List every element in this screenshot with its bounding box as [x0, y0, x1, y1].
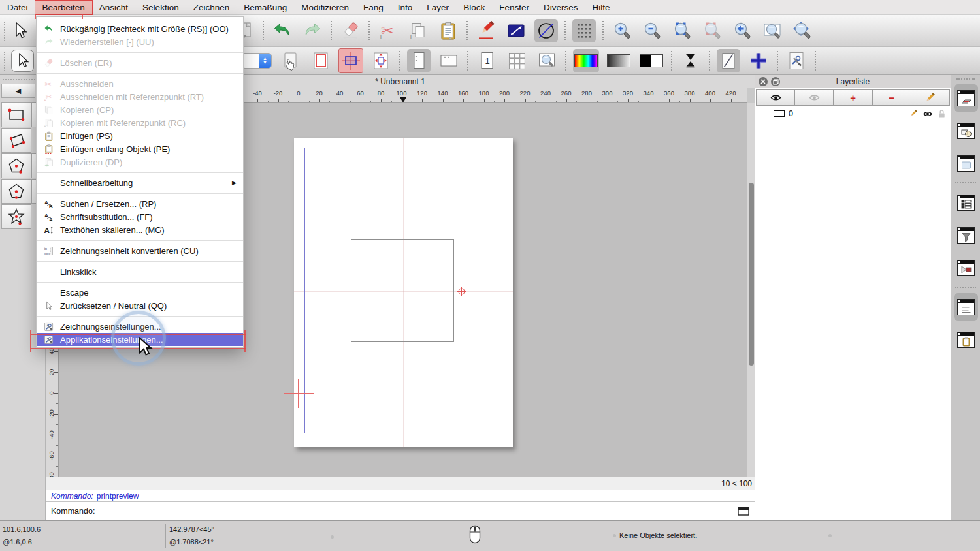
- fit-arrows-button[interactable]: [369, 49, 393, 72]
- undo-button[interactable]: [270, 19, 294, 42]
- page-border-button[interactable]: [309, 49, 333, 72]
- ellipse-button[interactable]: [534, 19, 558, 42]
- selection-tool-button[interactable]: [8, 19, 32, 42]
- menu-item-löschen-er[interactable]: Löschen (ER): [37, 56, 243, 69]
- toolbar-handle[interactable]: [4, 52, 5, 71]
- menu-item-kopieren-mit-referenzpunkt-rc[interactable]: +Kopieren mit Referenzpunkt (RC): [37, 116, 243, 129]
- hourglass-button[interactable]: [679, 49, 702, 72]
- layer-eye-off-button[interactable]: [795, 89, 834, 106]
- menubar-item-block[interactable]: Block: [456, 1, 492, 14]
- toolbar-handle[interactable]: [4, 22, 5, 41]
- zoom-auto-button[interactable]: [791, 19, 814, 42]
- layer-pencil-button[interactable]: [911, 89, 950, 106]
- pencil-button[interactable]: [474, 19, 498, 42]
- menu-item-einfügen-ps[interactable]: Einfügen (PS): [37, 129, 243, 142]
- page-one-button[interactable]: 1: [475, 49, 498, 72]
- hand-page-button[interactable]: [279, 49, 302, 72]
- panel-filter-toggle[interactable]: [954, 221, 978, 249]
- panel-projection-toggle[interactable]: [954, 254, 978, 281]
- portrait-button[interactable]: [407, 49, 431, 72]
- layer-plus-button[interactable]: +: [834, 89, 872, 106]
- panel-clipboard-toggle[interactable]: [954, 326, 978, 353]
- menu-item-ausschneiden[interactable]: ✂Ausschneiden: [37, 77, 243, 90]
- menu-item-rückgängig-rechteck-mit-größe-rs-oo[interactable]: Rückgängig [Rechteck mit Größe (RS)] (OO…: [37, 22, 243, 35]
- menubar-item-zeichnen[interactable]: Zeichnen: [186, 1, 237, 14]
- dock-handle[interactable]: [956, 78, 975, 80]
- panel-layer-toggle[interactable]: [954, 84, 978, 112]
- menu-item-linksklick[interactable]: Linksklick: [37, 265, 243, 278]
- menubar-item-modifizieren[interactable]: Modifizieren: [294, 1, 356, 14]
- zoom-in-button[interactable]: [610, 19, 634, 42]
- bw-bar-button[interactable]: [638, 49, 664, 72]
- menu-item-zeichnungseinheit-konvertieren-cu[interactable]: inmmZeichnungseinheit konvertieren (CU): [37, 244, 243, 257]
- panel-blocks-toggle[interactable]: [954, 117, 978, 144]
- pointer-mode-button[interactable]: [11, 50, 34, 72]
- menu-item-ausschneiden-mit-referenzpunkt-rt[interactable]: ✂+Ausschneiden mit Referenzpunkt (RT): [37, 90, 243, 103]
- menubar-item-bemaßung[interactable]: Bemaßung: [237, 1, 294, 14]
- viewport-button[interactable]: [339, 49, 363, 72]
- menu-item-suchen-ersetzen-rp[interactable]: ABSuchen / Ersetzen... (RP): [37, 197, 243, 210]
- redo-button[interactable]: [301, 19, 324, 42]
- menu-item-einfügen-entlang-objekt-pe[interactable]: Einfügen entlang Objekt (PE): [37, 142, 243, 155]
- dimension-button[interactable]: [504, 19, 528, 42]
- menu-item-kopieren-cp[interactable]: Kopieren (CP): [37, 103, 243, 116]
- zoom-fit-button[interactable]: [670, 19, 694, 42]
- layer-visible-icon[interactable]: [923, 110, 933, 118]
- copy-button[interactable]: +: [406, 19, 430, 42]
- rectangle-entity[interactable]: [351, 239, 454, 342]
- menu-item-duplizieren-dp[interactable]: Duplizieren (DP): [37, 155, 243, 168]
- menubar-item-fang[interactable]: Fang: [356, 1, 391, 14]
- menubar-item-selektion[interactable]: Selektion: [135, 1, 186, 14]
- menubar-item-info[interactable]: Info: [391, 1, 420, 14]
- menubar-item-diverses[interactable]: Diverses: [536, 1, 585, 14]
- tool-star-button[interactable]: [1, 204, 31, 229]
- command-input[interactable]: Kommando:: [46, 501, 755, 520]
- vertical-scrollbar[interactable]: [747, 103, 755, 477]
- menu-item-zurücksetzen-neutral-qq[interactable]: Zurücksetzen / Neutral (QQ): [37, 299, 243, 312]
- layer-row[interactable]: 0: [755, 108, 951, 119]
- menu-item-texthöhen-skalieren-mg[interactable]: ATexthöhen skalieren... (MG): [37, 223, 243, 236]
- horizontal-scroll-strip[interactable]: 10 < 100: [46, 477, 755, 490]
- panel-command-toggle[interactable]: [954, 293, 978, 321]
- zoom-out-button[interactable]: [640, 19, 664, 42]
- panel-properties-toggle[interactable]: [954, 189, 978, 216]
- zoom-selection-button[interactable]: [700, 19, 724, 42]
- spinner-button[interactable]: ▲▼: [241, 49, 272, 72]
- menubar-item-hilfe[interactable]: Hilfe: [585, 1, 617, 14]
- palette-handle[interactable]: [3, 79, 41, 80]
- palette-back-button[interactable]: ◀: [1, 84, 35, 98]
- zoom-window-button[interactable]: [760, 19, 784, 42]
- menu-item-schnellbearbeitung[interactable]: Schnellbearbeitung▶: [37, 176, 243, 189]
- landscape-button[interactable]: [437, 49, 461, 72]
- panel-library-toggle[interactable]: [954, 150, 978, 177]
- blue-plus-button[interactable]: [747, 49, 770, 72]
- tool-polygon-2-button[interactable]: [1, 179, 31, 204]
- color-bar-button[interactable]: [573, 49, 599, 72]
- menubar-item-bearbeiten[interactable]: Bearbeiten: [35, 1, 92, 14]
- vertical-scrollbar-thumb[interactable]: [749, 183, 754, 366]
- menubar-item-datei[interactable]: Datei: [0, 1, 35, 14]
- menubar-item-layer[interactable]: Layer: [419, 1, 456, 14]
- layer-edit-icon[interactable]: [909, 109, 918, 118]
- layer-eye-on-button[interactable]: [756, 89, 795, 106]
- page-grid-button[interactable]: [505, 49, 529, 72]
- page-tools-button[interactable]: [785, 49, 808, 72]
- layer-minus-button[interactable]: −: [873, 89, 911, 106]
- menubar-item-ansicht[interactable]: Ansicht: [92, 1, 135, 14]
- paste-button[interactable]: [436, 19, 460, 42]
- tool-rect-rotated-button[interactable]: [1, 128, 31, 153]
- grid-dots-button[interactable]: [572, 19, 596, 42]
- menu-item-schriftsubstitution-ff[interactable]: AASchriftsubstitution... (FF): [37, 210, 243, 223]
- tool-polygon-1-button[interactable]: [1, 153, 31, 178]
- tool-rect-size-button[interactable]: [1, 102, 31, 127]
- menu-item-wiederherstellen-uu[interactable]: Wiederherstellen [-] (UU): [37, 35, 243, 48]
- menu-item-escape[interactable]: Escape: [37, 286, 243, 299]
- menubar-item-fenster[interactable]: Fenster: [492, 1, 536, 14]
- terminal-icon[interactable]: [738, 507, 749, 516]
- page-zoom-button[interactable]: [535, 49, 559, 72]
- layer-lock-icon[interactable]: [938, 109, 946, 118]
- page-slash-button[interactable]: [717, 49, 740, 72]
- zoom-prev-button[interactable]: [730, 19, 754, 42]
- eraser-button[interactable]: [338, 19, 362, 42]
- cut-button[interactable]: ✂+: [376, 19, 400, 42]
